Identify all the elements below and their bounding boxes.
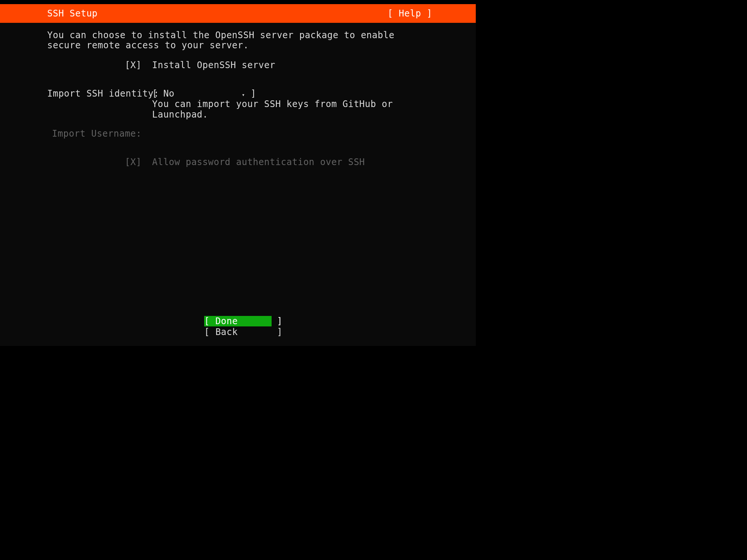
- import-identity-dropdown[interactable]: [ No ▾ ]: [152, 88, 431, 99]
- import-identity-help-row: You can import your SSH keys from GitHub…: [47, 99, 431, 120]
- allow-pwauth-row: [X] Allow password authentication over S…: [47, 157, 431, 167]
- back-button[interactable]: [ Back ]: [204, 327, 272, 337]
- install-openssh-label: Install OpenSSH server: [152, 60, 275, 70]
- intro-text: You can choose to install the OpenSSH se…: [47, 30, 431, 51]
- install-openssh-row[interactable]: [X] Install OpenSSH server: [47, 60, 431, 70]
- content-area: You can choose to install the OpenSSH se…: [0, 23, 476, 346]
- button-bar: [ Done ] [ Back ]: [0, 316, 476, 338]
- allow-pwauth-label: Allow password authentication over SSH: [152, 157, 365, 167]
- import-username-row: Import Username:: [47, 128, 431, 139]
- done-button[interactable]: [ Done ]: [204, 316, 272, 326]
- import-identity-label: Import SSH identity:: [47, 88, 152, 99]
- import-username-label: Import Username:: [47, 128, 152, 139]
- header-bar: SSH Setup [ Help ]: [0, 4, 476, 23]
- install-openssh-checkbox[interactable]: [X]: [47, 60, 152, 70]
- page-title: SSH Setup: [47, 8, 98, 19]
- chevron-down-icon: ▾: [242, 92, 245, 98]
- allow-pwauth-checkbox: [X]: [47, 157, 152, 167]
- import-identity-row: Import SSH identity: [ No ▾ ]: [47, 88, 431, 99]
- import-username-field: [152, 128, 431, 139]
- import-identity-help: You can import your SSH keys from GitHub…: [152, 99, 431, 120]
- help-button[interactable]: [ Help ]: [387, 8, 432, 19]
